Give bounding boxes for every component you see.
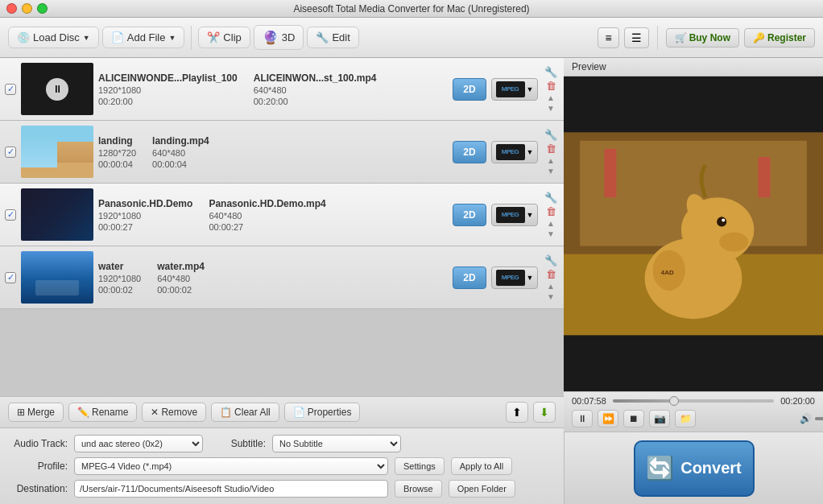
- 2d-button-1[interactable]: 2D: [453, 78, 486, 101]
- stop-button[interactable]: ⏹: [623, 410, 644, 428]
- file-actions-2: 🔧 🗑 ▲ ▼: [543, 129, 559, 176]
- rename-button[interactable]: ✏️ Rename: [68, 403, 137, 422]
- svg-point-7: [717, 217, 726, 226]
- up-icon-3[interactable]: ▲: [547, 219, 555, 228]
- down-icon-3[interactable]: ▼: [547, 229, 555, 238]
- clip-button[interactable]: ✂️ Clip: [198, 27, 250, 48]
- audio-track-row: Audio Track: und aac stereo (0x2) Subtit…: [11, 435, 552, 452]
- delete-icon-3[interactable]: 🗑: [546, 205, 556, 217]
- input-resolution: 1920*1080: [98, 85, 238, 95]
- destination-input[interactable]: [74, 480, 388, 498]
- format-button-3[interactable]: MPEG ▼: [491, 204, 538, 226]
- output-resolution: 640*480: [254, 85, 377, 95]
- open-folder-button[interactable]: Open Folder: [449, 480, 515, 498]
- input-filename: water: [98, 261, 141, 272]
- table-row: Panasonic.HD.Demo 1920*1080 00:00:27 Pan…: [0, 184, 564, 246]
- delete-icon-2[interactable]: 🗑: [546, 143, 556, 155]
- remove-button[interactable]: ✕ Remove: [142, 403, 206, 422]
- delete-icon-4[interactable]: 🗑: [546, 268, 556, 280]
- up-icon-4[interactable]: ▲: [547, 282, 555, 291]
- preview-controls: 00:07:58 00:20:00 ⏸ ⏩ ⏹ 📷 📁 🔊: [564, 391, 823, 432]
- profile-select[interactable]: MPEG-4 Video (*.mp4): [74, 457, 388, 475]
- edit-button[interactable]: 🔧 Edit: [307, 27, 358, 48]
- pause-button[interactable]: ⏸: [572, 410, 593, 428]
- preview-area: Preview: [564, 58, 823, 432]
- format-dropdown-arrow: ▼: [527, 274, 534, 282]
- move-down-button[interactable]: ⬇: [533, 402, 556, 423]
- format-button-4[interactable]: MPEG ▼: [491, 266, 538, 289]
- register-button[interactable]: 🔑 Register: [744, 28, 815, 48]
- maximize-button[interactable]: [37, 3, 48, 14]
- 2d-button-4[interactable]: 2D: [453, 266, 486, 289]
- profile-row: Profile: MPEG-4 Video (*.mp4) Settings A…: [11, 457, 552, 475]
- output-duration: 00:00:27: [209, 222, 325, 232]
- convert-button[interactable]: 🔄 Convert: [634, 440, 755, 497]
- clear-all-button[interactable]: 📋 Clear All: [211, 403, 279, 422]
- format-button-1[interactable]: MPEG ▼: [491, 78, 538, 101]
- input-duration: 00:00:04: [98, 159, 136, 169]
- load-disc-icon: 💿: [17, 31, 30, 43]
- main-toolbar: 💿 Load Disc ▼ 📄 Add File ▼ ✂️ Clip 🔮 3D …: [0, 18, 823, 58]
- row-checkbox-1[interactable]: [5, 84, 16, 95]
- row-checkbox-3[interactable]: [5, 209, 16, 221]
- format-dropdown-arrow: ▼: [527, 85, 534, 93]
- toolbar-right: ≡ ☰ 🛒 Buy Now 🔑 Register: [598, 26, 815, 50]
- input-resolution: 1920*1080: [98, 274, 141, 283]
- settings-button[interactable]: Settings: [395, 457, 445, 475]
- preview-video: 4AD: [564, 76, 823, 391]
- settings-icon-1[interactable]: 🔧: [544, 66, 557, 78]
- load-disc-label: Load Disc: [33, 31, 80, 43]
- load-disc-button[interactable]: 💿 Load Disc ▼: [8, 27, 99, 48]
- list-view-button[interactable]: ≡: [598, 27, 618, 48]
- window-controls[interactable]: [6, 3, 48, 14]
- down-icon-4[interactable]: ▼: [547, 292, 555, 301]
- file-col-output: water.mp4 640*480 00:00:02: [157, 261, 205, 295]
- up-icon-1[interactable]: ▲: [547, 93, 555, 102]
- file-actions-1: 🔧 🗑 ▲ ▼: [543, 66, 559, 113]
- grid-view-button[interactable]: ☰: [624, 27, 649, 48]
- remove-icon: ✕: [151, 407, 159, 418]
- load-disc-arrow: ▼: [83, 34, 90, 42]
- move-up-button[interactable]: ⬆: [506, 402, 528, 423]
- fast-forward-button[interactable]: ⏩: [598, 410, 618, 428]
- properties-button[interactable]: 📄 Properties: [284, 403, 361, 422]
- 2d-button-3[interactable]: 2D: [453, 204, 486, 226]
- file-list-area: ⏸ ALICEINWONDE...Playlist_100 1920*1080 …: [0, 58, 564, 504]
- row-checkbox-4[interactable]: [5, 272, 16, 283]
- down-icon-1[interactable]: ▼: [547, 104, 555, 113]
- settings-icon-2[interactable]: 🔧: [544, 129, 557, 141]
- row-checkbox-2[interactable]: [5, 147, 16, 158]
- delete-icon-1[interactable]: 🗑: [546, 80, 556, 92]
- add-file-button[interactable]: 📄 Add File ▼: [102, 27, 185, 48]
- clip-icon: ✂️: [207, 31, 220, 43]
- buy-now-button[interactable]: 🛒 Buy Now: [666, 28, 739, 48]
- 3d-button[interactable]: 🔮 3D: [254, 25, 304, 50]
- screenshot-button[interactable]: 📷: [649, 410, 670, 428]
- down-icon-2[interactable]: ▼: [547, 167, 555, 176]
- browse-button[interactable]: Browse: [395, 480, 442, 498]
- settings-icon-4[interactable]: 🔧: [544, 254, 557, 266]
- table-row: landing 1280*720 00:00:04 landing.mp4 64…: [0, 121, 564, 184]
- close-button[interactable]: [6, 3, 17, 14]
- folder-button[interactable]: 📁: [675, 410, 696, 428]
- file-management-toolbar: ⊞ Merge ✏️ Rename ✕ Remove 📋 Clear All 📄…: [0, 396, 564, 428]
- settings-icon-3[interactable]: 🔧: [544, 192, 557, 204]
- preview-label: Preview: [564, 58, 823, 76]
- svg-text:4AD: 4AD: [661, 269, 674, 276]
- apply-to-all-button[interactable]: Apply to All: [451, 457, 512, 475]
- up-icon-2[interactable]: ▲: [547, 156, 555, 165]
- 2d-button-2[interactable]: 2D: [453, 141, 486, 163]
- subtitle-select[interactable]: No Subtitle: [272, 435, 401, 452]
- progress-bar[interactable]: [613, 399, 774, 403]
- format-icon-2: MPEG: [496, 144, 525, 160]
- preview-image: 4AD: [564, 76, 823, 391]
- format-dropdown-arrow: ▼: [527, 148, 534, 156]
- format-button-2[interactable]: MPEG ▼: [491, 141, 538, 163]
- minimize-button[interactable]: [22, 3, 32, 14]
- format-icon-1: MPEG: [496, 81, 525, 97]
- audio-track-select[interactable]: und aac stereo (0x2): [74, 435, 203, 452]
- main-area: ⏸ ALICEINWONDE...Playlist_100 1920*1080 …: [0, 58, 823, 504]
- volume-bar[interactable]: [815, 417, 823, 420]
- output-duration: 00:00:02: [157, 285, 205, 295]
- merge-button[interactable]: ⊞ Merge: [8, 403, 64, 422]
